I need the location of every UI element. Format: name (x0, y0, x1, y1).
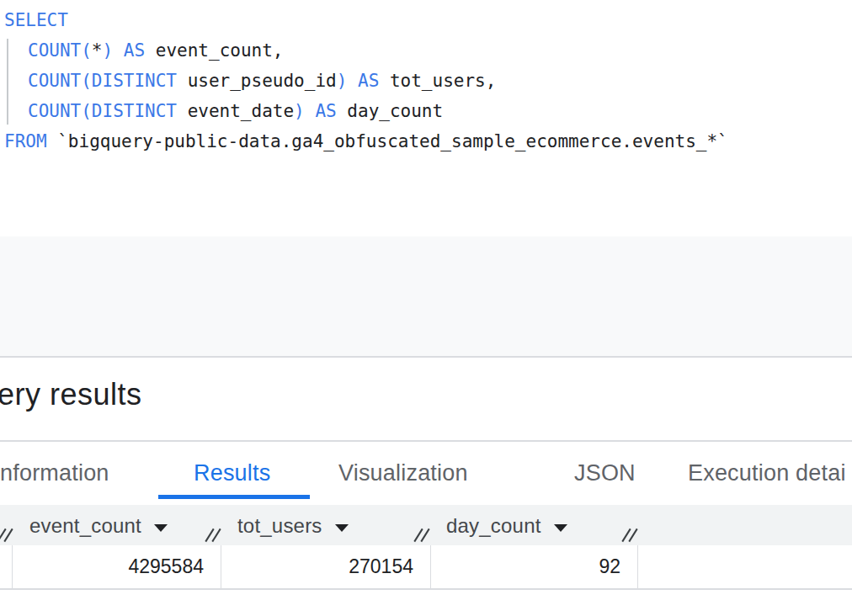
sql-keyword: ) (294, 101, 305, 121)
sql-text: event_count, (145, 40, 283, 61)
column-menu-caret-icon[interactable] (154, 524, 168, 532)
sql-code-line[interactable]: COUNT(*) AS event_count, (0, 35, 852, 66)
column-header-label: day_count (446, 514, 541, 538)
sql-keyword: COUNT(DISTINCT (28, 71, 177, 91)
sql-keyword: SELECT (4, 10, 68, 30)
sql-code[interactable]: SELECTCOUNT(*) AS event_count,COUNT(DIST… (0, 5, 852, 157)
sql-text: tot_users, (379, 71, 496, 91)
results-tabbar: nformationResultsVisualizationJSONExecut… (0, 442, 852, 505)
column-menu-caret-icon[interactable] (554, 524, 567, 532)
table-row: 429558427015492 (0, 545, 852, 590)
sql-code-line[interactable]: FROM `bigquery-public-data.ga4_obfuscate… (0, 126, 852, 157)
tab-json[interactable]: JSON (574, 460, 636, 486)
tab-results[interactable]: Results (194, 460, 270, 486)
sql-text: day_count (337, 101, 443, 121)
table-header-row: event_counttot_usersday_count (0, 505, 852, 545)
sql-keyword: ) (103, 40, 114, 61)
column-header-tot_users[interactable]: tot_users (237, 514, 349, 538)
table-cell-empty (638, 545, 852, 588)
column-header-label: event_count (29, 514, 141, 538)
column-header-day_count[interactable]: day_count (446, 514, 567, 538)
tab-execution-detai[interactable]: Execution detai (688, 460, 846, 486)
active-tab-underline (158, 495, 310, 499)
results-title: ery results (0, 377, 142, 412)
query-status-bar: ry completed on-demand processing quota (0, 236, 852, 358)
column-resize-handle-icon[interactable] (414, 528, 429, 543)
table-cell-day_count: 92 (431, 545, 638, 588)
table-cell-tot_users: 270154 (221, 545, 431, 588)
sql-keyword: AS (124, 40, 145, 61)
sql-text (305, 101, 316, 121)
sql-editor[interactable]: SELECTCOUNT(*) AS event_count,COUNT(DIST… (0, 0, 852, 236)
results-table: event_counttot_usersday_count 4295584270… (0, 505, 852, 616)
sql-keyword: AS (358, 71, 379, 91)
sql-text: event_date (177, 101, 294, 121)
column-resize-handle-icon[interactable] (622, 528, 637, 543)
sql-text (113, 40, 124, 61)
sql-code-line[interactable]: COUNT(DISTINCT user_pseudo_id) AS tot_us… (0, 66, 852, 96)
sql-keyword: COUNT( (28, 40, 92, 61)
column-resize-handle-icon[interactable] (0, 528, 13, 543)
sql-text: user_pseudo_id (177, 71, 337, 91)
column-header-label: tot_users (237, 514, 322, 538)
table-cell-event_count: 4295584 (13, 545, 221, 588)
sql-text: `bigquery-public-data.ga4_obfuscated_sam… (47, 131, 728, 151)
column-header-event_count[interactable]: event_count (29, 514, 168, 538)
table-cell-empty (0, 545, 13, 588)
sql-keyword: ) (337, 71, 348, 91)
tab-nformation[interactable]: nformation (0, 460, 109, 486)
sql-text: * (92, 40, 103, 61)
sql-code-line[interactable]: COUNT(DISTINCT event_date) AS day_count (0, 96, 852, 126)
column-resize-handle-icon[interactable] (205, 528, 221, 543)
sql-keyword: AS (315, 101, 336, 121)
sql-code-line[interactable]: SELECT (0, 5, 852, 35)
tab-visualization[interactable]: Visualization (338, 460, 468, 486)
column-menu-caret-icon[interactable] (335, 524, 349, 532)
sql-text (347, 71, 358, 91)
sql-keyword: COUNT(DISTINCT (28, 101, 177, 121)
bigquery-query-panel: SELECTCOUNT(*) AS event_count,COUNT(DIST… (0, 0, 852, 616)
sql-keyword: FROM (4, 131, 47, 151)
